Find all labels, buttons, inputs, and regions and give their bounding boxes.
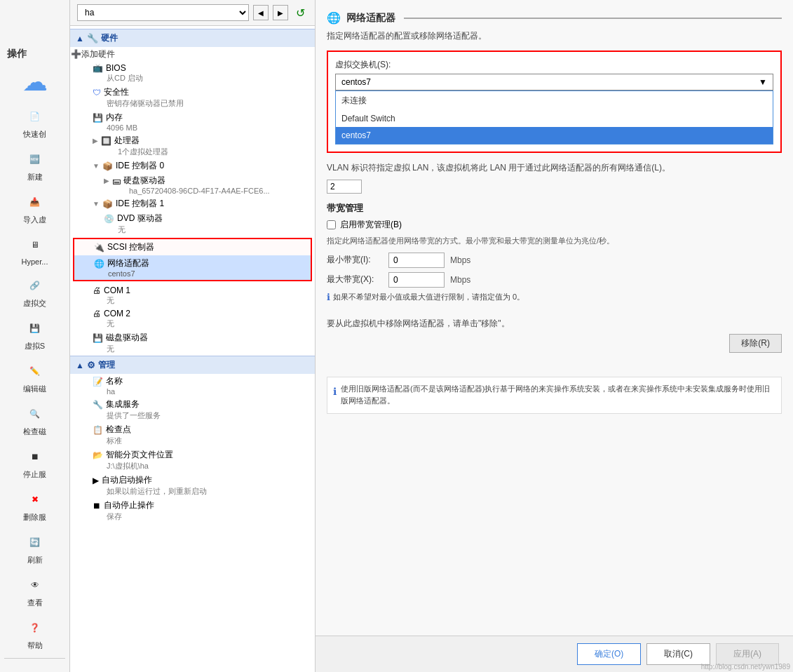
legacy-note-text: 使用旧版网络适配器(而不是该网络适配器)执行基于网络的来宾操作系统安装，或者在来… [341, 383, 775, 408]
expand-cpu[interactable]: ▶ [93, 137, 98, 145]
remove-button[interactable]: 移除(R) [729, 334, 782, 353]
tree-item-netadapter[interactable]: 🌐 网络适配器 centos7 [74, 255, 311, 280]
virtual-switch-section: 虚拟交换机(S): centos7 ▼ 未连接 Default Switch c… [327, 51, 782, 153]
option-unconnected[interactable]: 未连接 [336, 91, 773, 110]
min-bandwidth-row: 最小带宽(I): Mbps [327, 253, 782, 268]
checkpoint2-icon: 📋 [93, 425, 103, 435]
virtual-switch-selected-display[interactable]: centos7 ▼ [335, 74, 773, 90]
bandwidth-enable-label[interactable]: 启用带宽管理(B) [340, 219, 402, 231]
cancel-button[interactable]: 取消(C) [646, 643, 710, 665]
refresh-button[interactable]: ↺ [292, 5, 308, 20]
hdd-icon: 🖴 [112, 176, 121, 186]
sidebar-item-editdisk[interactable]: ✏️ 编辑磁 [0, 356, 69, 398]
bios-sub: 从CD 启动 [93, 73, 315, 83]
stopservice-icon: ⏹ [24, 445, 46, 468]
middle-panel: ha ◀ ▶ ↺ ▲ 🔧 硬件 ➕ 添加硬件 📺 BIOS 从CD 启动 [70, 0, 316, 672]
tree-item-ide1[interactable]: ▼ 📦 IDE 控制器 1 [70, 196, 315, 211]
tree-item-autostop[interactable]: ⏹ 自动停止操作 保存 [70, 498, 315, 523]
description-text: 指定网络适配器的配置或移除网络适配器。 [327, 30, 782, 42]
vm-name-dropdown[interactable]: ha [77, 4, 249, 21]
sidebar-item-hyper[interactable]: 🖥 Hyper... [0, 229, 69, 270]
sidebar: 操作 ☁ 📄 快速创 🆕 新建 📥 导入虚 🖥 Hyper... 🔗 虚拟交 💾… [0, 0, 70, 672]
bandwidth-enable-checkbox[interactable] [327, 220, 336, 229]
security-sub: 密钥存储驱动器已禁用 [93, 98, 315, 109]
tree-item-ide0[interactable]: ▼ 📦 IDE 控制器 0 [70, 159, 315, 173]
dvd-label: DVD 驱动器 [117, 213, 163, 224]
name-label: 名称 [106, 375, 123, 387]
sidebar-item-help[interactable]: ❓ 帮助 [0, 612, 69, 655]
forward-button[interactable]: ▶ [273, 5, 288, 20]
tree-item-security[interactable]: 🛡 安全性 密钥存储驱动器已禁用 [70, 85, 315, 110]
tree-item-checkpoint2[interactable]: 📋 检查点 标准 [70, 422, 315, 448]
tree-item-autostart[interactable]: ▶ 自动启动操作 如果以前运行过，则重新启动 [70, 473, 315, 498]
sidebar-item-view[interactable]: 👁 查看 [0, 570, 69, 612]
quickcreate-icon: 📄 [24, 105, 46, 128]
memory-icon: 💾 [93, 113, 103, 123]
ide1-icon: 📦 [102, 199, 113, 209]
option-default-switch[interactable]: Default Switch [336, 110, 773, 127]
com2-sub: 无 [93, 318, 315, 329]
sidebar-item-checkdisk[interactable]: 🔍 检查磁 [0, 398, 69, 441]
tree-item-bios[interactable]: 📺 BIOS 从CD 启动 [70, 62, 315, 85]
management-chevron: ▲ [76, 361, 84, 370]
sidebar-item-ha[interactable]: 🖥 ha [0, 661, 69, 672]
sidebar-item-vswitch[interactable]: 🔗 虚拟交 [0, 270, 69, 313]
hardware-icon: 🔧 [87, 33, 98, 43]
watermark: http://blog.csdn.net/ywn1989 [701, 663, 790, 671]
sidebar-item-vs[interactable]: 💾 虚拟S [0, 313, 69, 356]
tree-item-smartpaging[interactable]: 📂 智能分页文件位置 J:\虚拟机\ha [70, 448, 315, 473]
expand-ide1[interactable]: ▼ [93, 200, 100, 208]
smartpaging-label: 智能分页文件位置 [106, 449, 173, 461]
sidebar-item-import[interactable]: 📥 导入虚 [0, 187, 69, 229]
deleteservice-icon: ✖ [24, 488, 46, 511]
com1-icon: 🖨 [93, 285, 101, 295]
tree-item-floppy[interactable]: 💾 磁盘驱动器 无 [70, 330, 315, 356]
floppy-sub: 无 [93, 344, 315, 354]
sidebar-item-new[interactable]: 🆕 新建 [0, 144, 69, 187]
vlan-input[interactable] [327, 180, 362, 194]
confirm-button[interactable]: 确定(O) [577, 643, 641, 665]
sidebar-item-deleteservice[interactable]: ✖ 删除服 [0, 484, 69, 527]
min-bandwidth-input[interactable] [388, 253, 445, 268]
tree-item-dvd[interactable]: 💿 DVD 驱动器 无 [70, 211, 315, 236]
management-section-header[interactable]: ▲ ⚙ 管理 [70, 356, 315, 374]
tree-item-scsi[interactable]: 🔌 SCSI 控制器 [74, 239, 311, 255]
hardware-section-header[interactable]: ▲ 🔧 硬件 [70, 29, 315, 47]
remove-btn-container: 移除(R) [327, 334, 782, 361]
virtual-switch-dropdown[interactable]: centos7 ▼ 未连接 Default Switch centos7 [335, 74, 773, 145]
bandwidth-enable-row: 启用带宽管理(B) [327, 219, 782, 231]
min-bandwidth-unit: Mbps [450, 255, 470, 265]
memory-sub: 4096 MB [93, 123, 315, 132]
tree-item-cpu[interactable]: ▶ 🔲 处理器 1个虚拟处理器 [70, 133, 315, 159]
back-button[interactable]: ◀ [253, 5, 269, 20]
remove-note: 要从此虚拟机中移除网络适配器，请单击"移除"。 [327, 318, 782, 330]
sidebar-title: 操作 [0, 42, 69, 63]
tree-item-addhw[interactable]: ➕ 添加硬件 [70, 47, 315, 62]
sidebar-item-quickcreate[interactable]: 📄 快速创 [0, 101, 69, 144]
name-sub: ha [93, 387, 315, 396]
tree-item-name[interactable]: 📝 名称 ha [70, 374, 315, 397]
max-bandwidth-input[interactable] [388, 272, 445, 288]
sidebar-item-stopservice[interactable]: ⏹ 停止服 [0, 441, 69, 484]
option-centos7[interactable]: centos7 [336, 127, 773, 144]
autostart-sub: 如果以前运行过，则重新启动 [93, 486, 315, 497]
apply-button[interactable]: 应用(A) [716, 643, 779, 665]
tree-item-integrationservices[interactable]: 🔧 集成服务 提供了一些服务 [70, 397, 315, 422]
scsi-icon: 🔌 [94, 243, 104, 253]
legacy-note-box: ℹ 使用旧版网络适配器(而不是该网络适配器)执行基于网络的来宾操作系统安装，或者… [327, 377, 782, 414]
tree-item-memory[interactable]: 💾 内存 4096 MB [70, 110, 315, 133]
tree-item-hdd[interactable]: ▶ 🖴 硬盘驱动器 ha_65720408-96CD-4F17-A4AE-FCE… [70, 173, 315, 196]
netadapter-title-icon: 🌐 [327, 11, 341, 25]
autostart-icon: ▶ [93, 476, 99, 485]
cpu-icon: 🔲 [101, 136, 111, 146]
autostop-sub: 保存 [93, 511, 315, 522]
dropdown-arrow-icon: ▼ [759, 77, 767, 87]
expand-ide0[interactable]: ▼ [93, 162, 100, 170]
integrationservices-sub: 提供了一些服务 [93, 410, 315, 421]
expand-hdd[interactable]: ▶ [104, 177, 109, 184]
sidebar-item-refresh[interactable]: 🔄 刷新 [0, 527, 69, 570]
tree-item-com2[interactable]: 🖨 COM 2 无 [70, 307, 315, 330]
name-icon: 📝 [93, 377, 103, 387]
net-label: 网络适配器 [107, 257, 149, 269]
tree-item-com1[interactable]: 🖨 COM 1 无 [70, 284, 315, 307]
